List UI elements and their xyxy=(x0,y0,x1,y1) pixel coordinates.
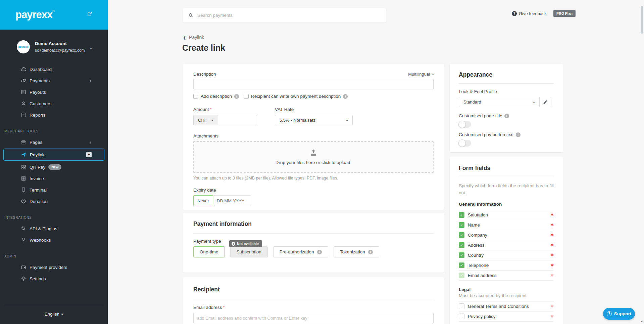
question-mark-icon xyxy=(607,311,612,316)
sidebar-item-payment-providers[interactable]: Payment providers xyxy=(0,261,108,273)
lightbulb-icon xyxy=(20,237,27,243)
form-field-row-privacy: Privacy policy xyxy=(459,312,554,322)
required-asterisk-icon[interactable] xyxy=(550,233,554,237)
form-field-row-address: Address xyxy=(459,240,554,250)
invoice-icon xyxy=(20,175,27,181)
customised-page-title-label: Customised page title xyxy=(459,113,554,118)
required-asterisk-icon[interactable] xyxy=(550,253,554,257)
checkbox-checked[interactable] xyxy=(459,232,464,238)
checkbox-checked[interactable] xyxy=(459,252,464,258)
multilingual-link[interactable]: Multilingual » xyxy=(408,72,434,77)
form-fields-description: Specify which form fields the recipient … xyxy=(459,183,554,197)
link-details-card: Description Multilingual » Add descripti… xyxy=(183,64,444,210)
page-title: Create link xyxy=(182,43,225,53)
expiry-never-button[interactable]: Never xyxy=(193,195,213,206)
file-dropzone[interactable]: Drop your files here or click to upload. xyxy=(193,141,434,173)
expiry-date-input[interactable] xyxy=(213,195,251,206)
chevron-left-icon xyxy=(183,34,186,40)
legal-label: Legal xyxy=(459,287,554,292)
checkbox-unchecked[interactable] xyxy=(244,94,249,99)
required-asterisk-icon[interactable] xyxy=(550,243,554,247)
amount-input[interactable] xyxy=(218,115,257,125)
sidebar-item-settings[interactable]: Settings xyxy=(0,273,108,284)
pro-plan-badge: PRO Plan xyxy=(553,10,576,17)
recipient-email-input[interactable] xyxy=(193,313,434,323)
info-icon xyxy=(368,250,373,254)
required-asterisk-icon[interactable] xyxy=(550,222,554,227)
description-input[interactable] xyxy=(193,79,434,89)
customised-pay-button-label: Customised pay button text xyxy=(459,132,554,137)
appearance-title: Appearance xyxy=(459,71,554,78)
form-field-row-terms: General Terms and Conditions xyxy=(459,301,554,312)
logo-trademark: ® xyxy=(52,9,54,13)
chevron-right-icon xyxy=(90,139,91,145)
payrexx-logo[interactable]: payrexx® xyxy=(15,9,54,21)
sidebar-item-dashboard[interactable]: Dashboard xyxy=(0,64,108,75)
required-asterisk xyxy=(210,107,212,112)
checkbox-unchecked[interactable] xyxy=(459,303,464,309)
own-description-checkbox[interactable]: Recipient can write own payment descript… xyxy=(244,94,348,99)
scrollbar-thumb[interactable] xyxy=(641,6,643,34)
sidebar-item-api-plugins[interactable]: API & Plugins xyxy=(0,223,108,234)
search-icon xyxy=(188,13,193,18)
payment-type-subscription-button: Subscription xyxy=(230,246,268,257)
sidebar-item-payouts[interactable]: Payouts xyxy=(0,86,108,98)
sidebar-item-invoice[interactable]: Invoice xyxy=(0,173,108,184)
sidebar-item-payments[interactable]: Payments xyxy=(0,75,108,86)
form-field-row-telephone: Telephone xyxy=(459,260,554,271)
look-feel-profile-select[interactable]: Standard xyxy=(459,97,540,107)
sidebar-item-paylink[interactable]: Paylink xyxy=(3,149,104,161)
chevron-down-icon xyxy=(90,46,92,50)
info-icon xyxy=(317,250,322,254)
required-asterisk-icon[interactable] xyxy=(550,212,554,217)
account-email: so+demoacc@payrexx.com xyxy=(35,47,85,53)
checkbox-unchecked[interactable] xyxy=(193,94,198,99)
checkbox-checked[interactable] xyxy=(459,222,464,228)
sidebar-item-donation[interactable]: Donation xyxy=(0,196,108,207)
customised-pay-button-toggle[interactable] xyxy=(459,140,471,147)
payment-type-tokenization-button[interactable]: Tokenization xyxy=(334,246,379,257)
give-feedback-button[interactable]: Give feedback xyxy=(512,11,547,16)
amount-label: Amount xyxy=(193,107,209,112)
cloud-icon xyxy=(20,66,27,72)
currency-select[interactable]: CHF xyxy=(193,115,218,125)
support-button[interactable]: Support xyxy=(603,308,635,320)
vat-rate-select[interactable]: 5.5% - Normalsatz xyxy=(275,115,353,125)
required-asterisk-icon[interactable] xyxy=(550,304,554,309)
heart-icon xyxy=(20,198,27,204)
scrollbar-down-arrow[interactable] xyxy=(640,319,643,323)
info-icon xyxy=(234,94,239,99)
create-paylink-plus-icon[interactable] xyxy=(86,152,92,157)
sidebar-item-terminal[interactable]: Terminal xyxy=(0,184,108,196)
checkbox-unchecked[interactable] xyxy=(459,314,464,319)
sidebar-item-customers[interactable]: Customers xyxy=(0,98,108,109)
edit-profile-button[interactable] xyxy=(540,97,551,107)
payment-information-card: Payment information Payment type Not ava… xyxy=(183,213,444,273)
payment-type-one-time-button[interactable]: One-time xyxy=(193,246,225,257)
payment-type-pre-authorization-button[interactable]: Pre-authorization xyxy=(273,246,328,257)
checkbox-checked[interactable] xyxy=(459,262,464,268)
account-switcher[interactable]: payrexx Demo Account so+demoacc@payrexx.… xyxy=(0,30,108,56)
form-field-row-name: Name xyxy=(459,220,554,230)
main-content: Give feedback PRO Plan Paylink Create li… xyxy=(108,0,644,324)
divider xyxy=(193,299,434,299)
language-selector[interactable]: English xyxy=(0,305,108,324)
checkbox-checked[interactable] xyxy=(459,212,464,218)
sidebar-item-reports[interactable]: Reports xyxy=(0,109,108,121)
external-link-icon[interactable] xyxy=(87,11,92,16)
sidebar-item-pages[interactable]: Pages xyxy=(0,136,108,148)
checkbox-checked[interactable] xyxy=(459,242,464,248)
search-input[interactable] xyxy=(197,13,381,18)
required-asterisk-icon[interactable] xyxy=(550,263,554,268)
customised-page-title-toggle[interactable] xyxy=(459,121,471,128)
qr-code-icon xyxy=(20,164,27,170)
toggle-knob xyxy=(458,139,466,147)
sidebar-item-qr-pay[interactable]: QR Pay New xyxy=(0,161,108,173)
breadcrumb[interactable]: Paylink xyxy=(183,34,204,40)
required-asterisk-icon[interactable] xyxy=(550,314,554,319)
vertical-scrollbar[interactable] xyxy=(640,0,644,324)
sidebar-item-webhooks[interactable]: Webhooks xyxy=(0,234,108,246)
email-address-label: Email address xyxy=(193,305,222,310)
add-description-checkbox[interactable]: Add description xyxy=(193,94,239,99)
search-bar[interactable] xyxy=(183,8,386,23)
